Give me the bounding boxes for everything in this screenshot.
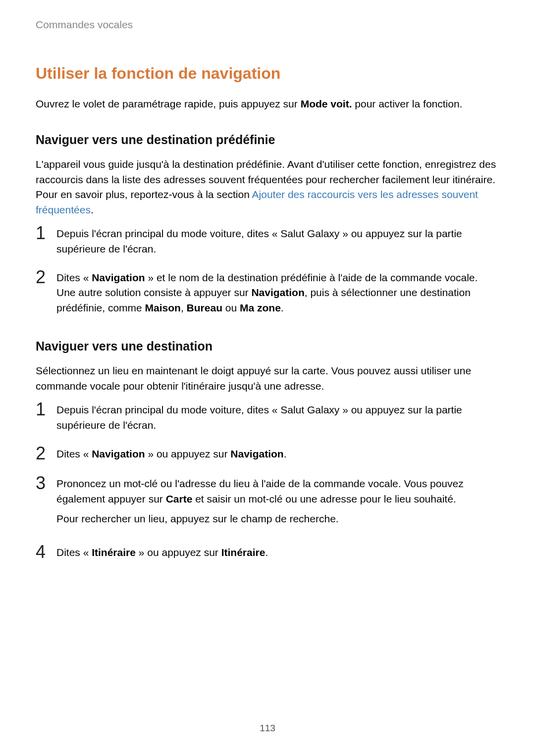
intro-paragraph: Ouvrez le volet de paramétrage rapide, p… xyxy=(36,97,499,111)
text-fragment: Dites « xyxy=(56,272,92,283)
text-fragment: et saisir un mot-clé ou une adresse pour… xyxy=(192,493,456,504)
list-item: 1 Depuis l'écran principal du mode voitu… xyxy=(36,226,499,256)
step-text: Depuis l'écran principal du mode voiture… xyxy=(56,226,499,256)
list-item: 1 Depuis l'écran principal du mode voitu… xyxy=(36,403,499,433)
bold-mazone: Ma zone xyxy=(240,302,281,313)
bold-navigation: Navigation xyxy=(92,272,145,283)
bold-navigation: Navigation xyxy=(92,448,145,459)
bold-bureau: Bureau xyxy=(187,302,222,313)
text-fragment: Pour rechercher un lieu, appuyez sur le … xyxy=(56,511,499,526)
step-number: 3 xyxy=(36,474,56,492)
step-number: 4 xyxy=(36,543,56,561)
text-fragment: . xyxy=(281,302,284,313)
text-fragment: . xyxy=(284,448,287,459)
section2-description: Sélectionnez un lieu en maintenant le do… xyxy=(36,363,499,394)
bold-maison: Maison xyxy=(145,302,181,313)
section1-steps: 1 Depuis l'écran principal du mode voitu… xyxy=(36,226,499,315)
header-section-label: Commandes vocales xyxy=(36,19,499,31)
step-text: Prononcez un mot-clé ou l'adresse du lie… xyxy=(56,476,499,531)
page-number: 113 xyxy=(260,723,275,734)
section1-description: L'appareil vous guide jusqu'à la destina… xyxy=(36,157,499,217)
step-text: Dites « Navigation » et le nom de la des… xyxy=(56,270,499,315)
list-item: 2 Dites « Navigation » ou appuyez sur Na… xyxy=(36,447,499,462)
intro-bold: Mode voit. xyxy=(301,98,352,109)
text-fragment: » ou appuyez sur xyxy=(136,547,221,558)
subsection-title-predefined: Naviguer vers une destination prédéfinie xyxy=(36,133,499,147)
bold-navigation: Navigation xyxy=(251,287,304,298)
text-fragment: Dites « xyxy=(56,448,92,459)
list-item: 2 Dites « Navigation » et le nom de la d… xyxy=(36,270,499,315)
text-fragment: . xyxy=(265,547,268,558)
section1-desc-suffix: . xyxy=(91,204,94,215)
step-number: 2 xyxy=(36,268,56,286)
intro-prefix: Ouvrez le volet de paramétrage rapide, p… xyxy=(36,98,301,109)
intro-suffix: pour activer la fonction. xyxy=(352,98,462,109)
document-page: Commandes vocales Utiliser la fonction d… xyxy=(0,0,535,561)
step-text: Dites « Itinéraire » ou appuyez sur Itin… xyxy=(56,545,499,560)
list-item: 4 Dites « Itinéraire » ou appuyez sur It… xyxy=(36,545,499,561)
page-title: Utiliser la fonction de navigation xyxy=(36,64,499,83)
text-fragment: » ou appuyez sur xyxy=(145,448,231,459)
bold-carte: Carte xyxy=(166,493,193,504)
text-fragment: Dites « xyxy=(56,547,92,558)
text-fragment: , xyxy=(181,302,187,313)
section2-steps: 1 Depuis l'écran principal du mode voitu… xyxy=(36,403,499,561)
section2: Naviguer vers une destination Sélectionn… xyxy=(36,339,499,561)
step-number: 2 xyxy=(36,445,56,462)
step-text: Dites « Navigation » ou appuyez sur Navi… xyxy=(56,447,499,461)
subsection-title-destination: Naviguer vers une destination xyxy=(36,339,499,353)
text-fragment: ou xyxy=(222,302,240,313)
bold-navigation: Navigation xyxy=(230,448,283,459)
bold-itineraire: Itinéraire xyxy=(92,547,136,558)
list-item: 3 Prononcez un mot-clé ou l'adresse du l… xyxy=(36,476,499,531)
step-number: 1 xyxy=(36,224,56,242)
bold-itineraire: Itinéraire xyxy=(221,547,266,558)
step-number: 1 xyxy=(36,401,56,418)
step-text: Depuis l'écran principal du mode voiture… xyxy=(56,403,499,433)
